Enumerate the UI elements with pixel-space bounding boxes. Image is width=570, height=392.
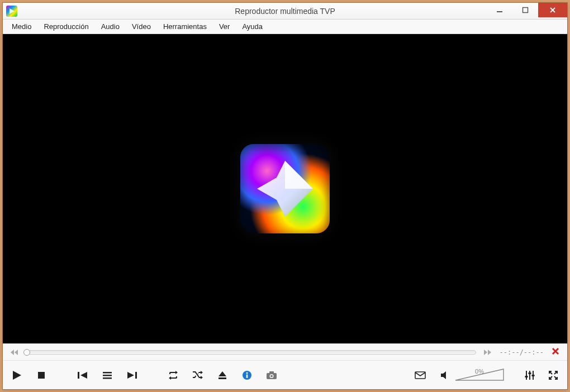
player-logo xyxy=(240,144,330,233)
eject-button[interactable] xyxy=(216,367,229,383)
svg-rect-15 xyxy=(78,372,79,379)
fullscreen-icon xyxy=(548,370,558,380)
minimize-button[interactable] xyxy=(487,3,512,17)
menu-herramientas[interactable]: Herramientas xyxy=(158,21,212,32)
svg-rect-35 xyxy=(525,376,528,377)
svg-rect-31 xyxy=(415,372,425,379)
close-icon xyxy=(549,7,556,13)
play-icon xyxy=(11,369,23,381)
play-button[interactable] xyxy=(11,367,23,383)
volume-wedge-icon xyxy=(454,367,505,383)
mute-button[interactable] xyxy=(439,367,451,383)
svg-marker-9 xyxy=(484,350,487,355)
svg-rect-28 xyxy=(269,371,274,374)
maximize-icon xyxy=(522,7,529,13)
window-controls xyxy=(487,3,567,19)
svg-rect-23 xyxy=(218,377,226,379)
fullscreen-button[interactable] xyxy=(547,367,559,383)
seek-row: --:--/--:-- xyxy=(3,343,567,360)
menu-medio[interactable]: Medio xyxy=(6,21,37,32)
app-icon xyxy=(6,6,17,17)
seek-thumb[interactable] xyxy=(23,349,30,356)
svg-rect-36 xyxy=(529,371,530,380)
stop-button[interactable] xyxy=(35,367,48,383)
menubar: Medio Reproducción Audio Vídeo Herramien… xyxy=(3,20,567,34)
seek-slider[interactable] xyxy=(26,350,476,355)
svg-marker-8 xyxy=(15,350,18,355)
maximize-button[interactable] xyxy=(512,3,538,17)
shuffle-icon xyxy=(192,371,203,380)
svg-rect-21 xyxy=(135,372,137,379)
svg-marker-22 xyxy=(218,371,226,376)
svg-point-25 xyxy=(246,372,248,374)
seek-forward-button[interactable] xyxy=(482,347,494,357)
video-area[interactable] xyxy=(3,34,567,343)
skip-back-icon xyxy=(77,371,88,380)
menu-reproduccion[interactable]: Reproducción xyxy=(38,21,94,32)
svg-rect-34 xyxy=(526,371,527,380)
svg-marker-7 xyxy=(11,350,14,355)
menu-video[interactable]: Vídeo xyxy=(126,21,156,32)
previous-button[interactable] xyxy=(77,367,89,383)
volume-slider[interactable] xyxy=(454,367,505,383)
menu-audio[interactable]: Audio xyxy=(96,21,125,32)
svg-rect-2 xyxy=(523,8,528,13)
info-button[interactable] xyxy=(241,367,253,383)
snapshot-button[interactable] xyxy=(265,367,278,383)
close-button[interactable] xyxy=(538,3,567,17)
window-title: Reproductor multimedia TVP xyxy=(3,7,567,16)
red-x-icon xyxy=(552,347,559,355)
titlebar[interactable]: Reproductor multimedia TVP xyxy=(3,3,567,20)
svg-point-30 xyxy=(270,375,273,377)
menu-ver[interactable]: Ver xyxy=(213,21,236,32)
envelope-icon xyxy=(415,371,426,379)
next-button[interactable] xyxy=(126,367,138,383)
svg-rect-18 xyxy=(103,375,112,376)
clear-playlist-button[interactable] xyxy=(549,347,562,357)
double-chevron-left-icon xyxy=(10,348,20,356)
svg-rect-1 xyxy=(497,11,502,12)
menu-ayuda[interactable]: Ayuda xyxy=(236,21,268,32)
stop-icon xyxy=(36,370,46,380)
info-icon xyxy=(242,370,252,380)
svg-rect-17 xyxy=(103,372,112,374)
svg-rect-37 xyxy=(529,372,531,374)
shuffle-button[interactable] xyxy=(192,367,204,383)
time-display: --:--/--:-- xyxy=(500,348,544,356)
equalizer-icon xyxy=(525,370,535,380)
playlist-button[interactable] xyxy=(101,367,113,383)
double-chevron-right-icon xyxy=(483,348,493,356)
repeat-button[interactable] xyxy=(167,367,179,383)
svg-marker-10 xyxy=(488,350,491,355)
svg-marker-0 xyxy=(10,8,15,14)
svg-marker-20 xyxy=(127,372,134,379)
seek-back-button[interactable] xyxy=(8,347,21,357)
message-button[interactable] xyxy=(414,367,426,383)
equalizer-button[interactable] xyxy=(524,367,536,383)
svg-rect-19 xyxy=(103,377,112,379)
app-window: Reproductor multimedia TVP Medio Reprodu… xyxy=(2,2,568,390)
svg-rect-39 xyxy=(532,375,535,376)
right-controls xyxy=(524,367,559,383)
repeat-icon xyxy=(168,371,179,380)
eject-icon xyxy=(217,371,227,380)
controls-row: 0% xyxy=(3,360,567,389)
svg-marker-33 xyxy=(455,369,504,380)
svg-marker-32 xyxy=(441,371,446,379)
playlist-icon xyxy=(102,371,112,380)
svg-rect-14 xyxy=(38,372,45,379)
svg-rect-26 xyxy=(246,374,248,378)
volume-group: 0% xyxy=(439,367,505,383)
svg-marker-6 xyxy=(285,161,313,189)
speaker-icon xyxy=(440,370,450,380)
minimize-icon xyxy=(496,7,503,13)
svg-marker-16 xyxy=(80,372,87,379)
skip-forward-icon xyxy=(126,371,137,380)
svg-marker-13 xyxy=(13,371,21,380)
camera-icon xyxy=(266,371,277,380)
